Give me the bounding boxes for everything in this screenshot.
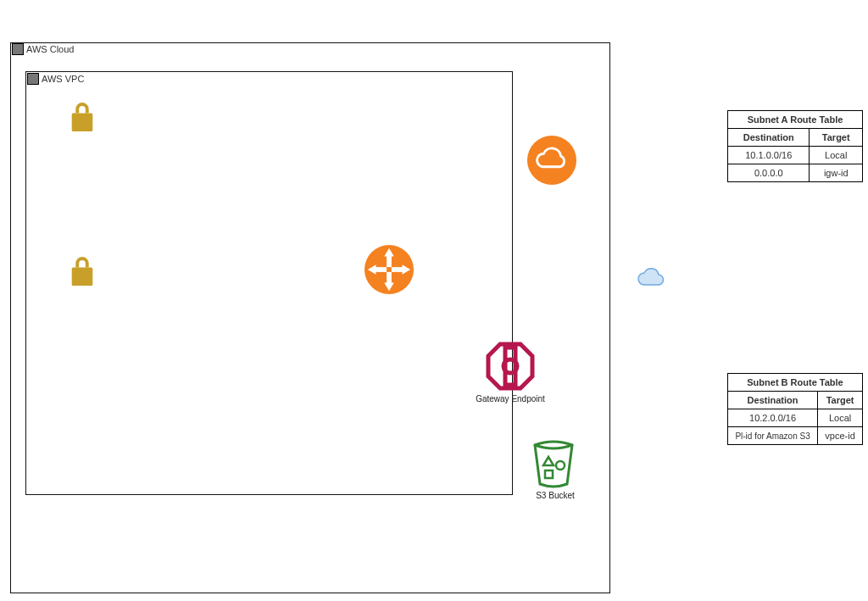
rta-dest-1: 0.0.0.0 bbox=[728, 164, 810, 182]
aws-vpc-group: AWS VPC bbox=[25, 71, 513, 495]
rta-target-1: igw-id bbox=[810, 164, 863, 182]
route-table-a: Subnet A Route Table Destination Target … bbox=[727, 110, 863, 182]
table-row: 10.2.0.0/16 Local bbox=[728, 409, 863, 427]
rta-target-0: Local bbox=[810, 147, 863, 164]
internet-gateway-icon bbox=[526, 134, 578, 186]
table-row: 10.1.0.0/16 Local bbox=[728, 147, 863, 164]
rta-header-dest: Destination bbox=[728, 129, 810, 147]
router-icon bbox=[363, 243, 415, 296]
cloud-cube-icon bbox=[12, 43, 24, 55]
s3-bucket-icon bbox=[530, 437, 577, 489]
svg-marker-12 bbox=[488, 344, 532, 388]
rtb-dest-0: 10.2.0.0/16 bbox=[728, 409, 818, 427]
rtb-header-target: Target bbox=[818, 392, 863, 409]
svg-rect-14 bbox=[504, 359, 517, 373]
svg-rect-13 bbox=[505, 348, 515, 385]
aws-vpc-tab: AWS VPC bbox=[25, 71, 87, 86]
gateway-endpoint-label: Gateway Endpoint bbox=[459, 394, 561, 403]
svg-rect-4 bbox=[387, 256, 392, 268]
table-row: Pl-id for Amazon S3 vpce-id bbox=[728, 427, 863, 445]
svg-rect-1 bbox=[72, 267, 93, 286]
lock-icon bbox=[66, 100, 98, 134]
aws-cloud-tab: AWS Cloud bbox=[10, 42, 77, 57]
table-row: 0.0.0.0 igw-id bbox=[728, 164, 863, 182]
internet-cloud-icon bbox=[634, 264, 671, 290]
svg-point-16 bbox=[556, 461, 565, 470]
rtb-target-1: vpce-id bbox=[818, 427, 863, 445]
route-table-b: Subnet B Route Table Destination Target … bbox=[727, 373, 863, 445]
aws-vpc-label: AWS VPC bbox=[42, 74, 84, 84]
svg-rect-17 bbox=[545, 470, 553, 478]
svg-rect-6 bbox=[387, 272, 392, 284]
rtb-dest-1: Pl-id for Amazon S3 bbox=[728, 427, 818, 445]
route-table-a-title: Subnet A Route Table bbox=[728, 111, 863, 129]
route-table-b-title: Subnet B Route Table bbox=[728, 374, 863, 392]
svg-rect-0 bbox=[72, 113, 93, 131]
s3-bucket-label: S3 Bucket bbox=[504, 491, 606, 500]
vpc-cube-icon bbox=[27, 73, 39, 85]
svg-rect-8 bbox=[376, 267, 387, 272]
lock-icon bbox=[66, 254, 98, 288]
rtb-target-0: Local bbox=[818, 409, 863, 427]
rta-header-target: Target bbox=[810, 129, 863, 147]
svg-marker-15 bbox=[543, 457, 554, 465]
aws-cloud-label: AWS Cloud bbox=[26, 44, 74, 54]
rta-dest-0: 10.1.0.0/16 bbox=[728, 147, 810, 164]
gateway-endpoint-icon bbox=[483, 339, 537, 393]
rtb-header-dest: Destination bbox=[728, 392, 818, 409]
svg-rect-10 bbox=[392, 267, 403, 272]
svg-point-11 bbox=[527, 136, 576, 185]
diagram-canvas: AWS Cloud AWS VPC bbox=[0, 0, 868, 601]
